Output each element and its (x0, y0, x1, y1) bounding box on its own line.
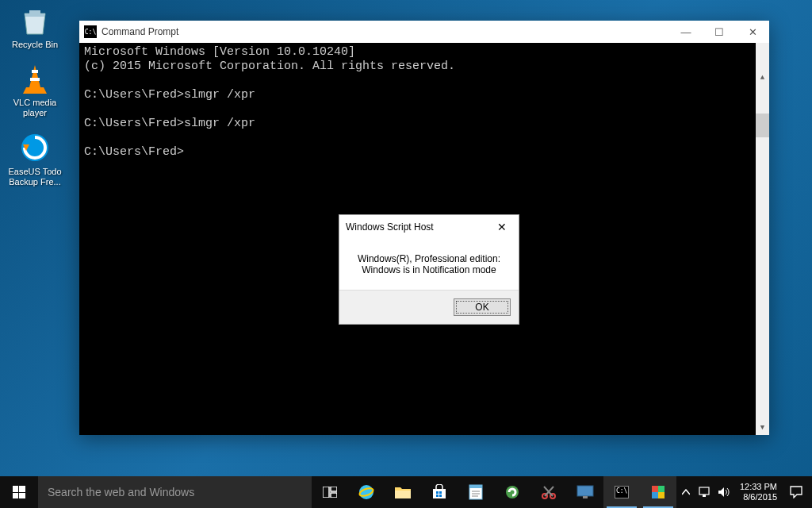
svg-rect-9 (395, 491, 411, 498)
vlc-icon (18, 62, 52, 95)
svg-rect-11 (439, 491, 442, 494)
recycle-bin-icon (18, 4, 52, 37)
scroll-up-arrow-icon[interactable]: ▲ (756, 71, 769, 85)
desktop-icons: Recycle Bin VLC media player EaseUS Todo… (6, 4, 63, 187)
search-placeholder: Search the web and Windows (48, 486, 194, 498)
notification-icon (790, 486, 802, 498)
start-button[interactable] (0, 476, 38, 508)
network-icon (699, 487, 711, 498)
desktop-icon-recycle-bin[interactable]: Recycle Bin (6, 4, 63, 50)
monitor-icon (576, 485, 594, 499)
cmd-icon: C:\ (615, 486, 629, 498)
svg-rect-2 (30, 78, 40, 81)
taskbar-apps: C:\ (312, 476, 676, 508)
taskbar-app-explorer[interactable] (385, 476, 421, 508)
svg-rect-25 (583, 496, 588, 498)
clock-date: 8/6/2015 (740, 492, 777, 502)
svg-rect-0 (29, 10, 40, 13)
desktop-icon-label: Recycle Bin (12, 40, 58, 50)
svg-rect-27 (658, 486, 665, 492)
dialog-line2: Windows is in Notification mode (350, 264, 508, 275)
taskbar-app-display[interactable] (567, 476, 603, 508)
dialog-footer: OK (339, 290, 519, 324)
svg-rect-29 (658, 492, 665, 498)
cmd-titlebar[interactable]: C:\ Command Prompt — ☐ ✕ (79, 21, 769, 43)
svg-rect-24 (577, 486, 593, 496)
tray-show-hidden-icon[interactable] (676, 476, 695, 508)
svg-point-19 (506, 486, 519, 498)
svg-rect-10 (436, 491, 439, 494)
desktop-icon-label: EaseUS Todo Backup Fre... (6, 167, 63, 187)
taskbar-app-cmd[interactable]: C:\ (603, 476, 640, 508)
windows-logo-icon (13, 486, 25, 498)
wsh-icon (650, 484, 666, 500)
taskbar-app-wsh[interactable] (640, 476, 676, 508)
ok-button[interactable]: OK (454, 298, 511, 316)
svg-rect-15 (469, 485, 482, 488)
maximize-button[interactable]: ☐ (703, 21, 736, 43)
svg-rect-31 (703, 495, 706, 497)
svg-rect-28 (652, 492, 658, 498)
taskbar-app-notepad[interactable] (458, 476, 494, 508)
scroll-thumb[interactable] (756, 114, 769, 137)
action-center-button[interactable] (783, 476, 809, 508)
cmd-app-icon: C:\ (84, 25, 97, 38)
tray-volume-icon[interactable] (714, 476, 733, 508)
folder-icon (394, 485, 412, 499)
taskbar-app-store[interactable] (421, 476, 458, 508)
dialog-line1: Windows(R), Professional edition: (350, 253, 508, 264)
close-button[interactable]: ✕ (736, 21, 769, 43)
svg-rect-6 (331, 493, 337, 498)
dialog-close-button[interactable]: ✕ (492, 217, 512, 237)
svg-rect-26 (652, 486, 658, 492)
cmd-output: Microsoft Windows [Version 10.0.10240] (… (84, 45, 455, 159)
search-input[interactable]: Search the web and Windows (38, 476, 312, 508)
speccy-icon (504, 484, 520, 500)
taskbar-app-speccy[interactable] (494, 476, 530, 508)
desktop-icon-label: VLC media player (6, 98, 63, 118)
windows-script-host-dialog: Windows Script Host ✕ Windows(R), Profes… (339, 214, 519, 325)
task-view-button[interactable] (312, 476, 348, 508)
clock-time: 12:33 PM (740, 482, 777, 492)
desktop-icon-easeus[interactable]: EaseUS Todo Backup Fre... (6, 131, 63, 187)
svg-rect-4 (323, 487, 329, 498)
cmd-title: Command Prompt (102, 26, 178, 37)
notepad-icon (469, 484, 483, 500)
svg-rect-5 (331, 487, 337, 491)
ie-icon (358, 483, 375, 501)
chevron-up-icon (682, 489, 690, 495)
store-icon (431, 484, 447, 500)
scroll-down-arrow-icon[interactable]: ▼ (756, 421, 769, 435)
svg-rect-13 (439, 495, 442, 497)
dialog-body: Windows(R), Professional edition: Window… (339, 239, 519, 290)
minimize-button[interactable]: — (669, 21, 703, 43)
dialog-title-text: Windows Script Host (346, 221, 434, 233)
taskbar-app-snipping[interactable] (530, 476, 567, 508)
svg-rect-12 (436, 495, 439, 497)
taskbar-app-ie[interactable] (348, 476, 385, 508)
desktop-icon-vlc[interactable]: VLC media player (6, 62, 63, 118)
easeus-icon (18, 131, 52, 164)
svg-rect-30 (699, 487, 709, 495)
speaker-icon (718, 487, 730, 498)
system-tray: 12:33 PM 8/6/2015 (676, 476, 812, 508)
task-view-icon (323, 487, 337, 498)
taskbar: Search the web and Windows C:\ (0, 476, 812, 508)
scissors-icon (541, 484, 557, 500)
dialog-titlebar[interactable]: Windows Script Host ✕ (339, 215, 519, 239)
cmd-scrollbar[interactable]: ▲ ▼ (756, 43, 769, 435)
tray-network-icon[interactable] (695, 476, 714, 508)
svg-rect-1 (32, 70, 38, 73)
taskbar-clock[interactable]: 12:33 PM 8/6/2015 (733, 482, 783, 502)
